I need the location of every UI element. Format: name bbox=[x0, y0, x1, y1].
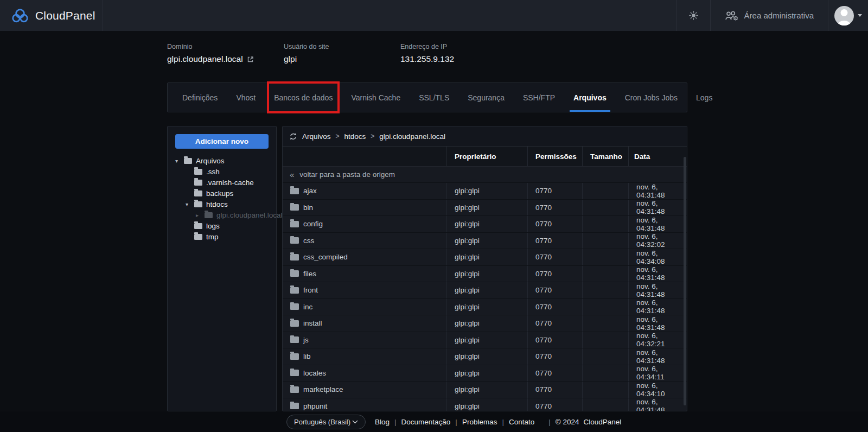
footer-link-segment: Blog bbox=[375, 418, 390, 426]
tree-item[interactable]: ▾ htdocs bbox=[168, 199, 276, 209]
vertical-scrollbar[interactable] bbox=[684, 157, 686, 405]
nav-right: Área administrativa bbox=[676, 0, 868, 31]
table-row[interactable]: inc glpi:glpi 0770 nov. 6, 04:31:48 bbox=[283, 299, 687, 316]
tab-ssh-ftp[interactable]: SSH/FTP bbox=[514, 83, 564, 112]
table-row[interactable]: config glpi:glpi 0770 nov. 6, 04:31:48 bbox=[283, 216, 687, 233]
tree-item[interactable]: ▾ Arquivos bbox=[168, 155, 276, 166]
tree-item[interactable]: logs bbox=[168, 220, 276, 231]
tab-cron-jobs-jobs[interactable]: Cron Jobs Jobs bbox=[616, 83, 687, 112]
file-name-cell[interactable]: css bbox=[283, 233, 446, 249]
file-name-cell[interactable]: ajax bbox=[283, 183, 446, 199]
tree-caret-icon[interactable]: ▸ bbox=[196, 212, 205, 218]
file-name-cell[interactable]: marketplace bbox=[283, 382, 446, 398]
table-row[interactable]: bin glpi:glpi 0770 nov. 6, 04:31:48 bbox=[283, 200, 687, 217]
footer-brand: CloudPanel bbox=[583, 418, 621, 426]
folder-icon bbox=[290, 287, 299, 294]
tab-vhost[interactable]: Vhost bbox=[227, 83, 265, 112]
tab-label: Arquivos bbox=[573, 93, 607, 102]
file-name: css bbox=[303, 237, 314, 245]
footer-copyright-group: | © 2024 CloudPanel bbox=[544, 418, 621, 426]
file-name-cell[interactable]: install bbox=[283, 315, 446, 332]
language-select[interactable]: Português (Brasil) bbox=[286, 415, 366, 429]
file-name-cell[interactable]: front bbox=[283, 282, 446, 298]
footer-link[interactable]: Problemas bbox=[462, 418, 497, 426]
footer-links: Blog | Documentação | Problemas | Contat… bbox=[375, 418, 534, 426]
file-name-cell[interactable]: js bbox=[283, 332, 446, 348]
brand[interactable]: CloudPanel bbox=[0, 0, 103, 31]
tab-seguran-a[interactable]: Segurança bbox=[458, 83, 514, 112]
footer-link[interactable]: Contato bbox=[509, 418, 534, 426]
table-row[interactable]: js glpi:glpi 0770 nov. 6, 04:32:21 bbox=[283, 332, 687, 349]
file-size bbox=[582, 299, 628, 315]
file-permissions: 0770 bbox=[527, 382, 582, 398]
file-date: nov. 6, 04:31:48 bbox=[628, 348, 687, 365]
back-to-parent-row[interactable]: « voltar para a pasta de origem bbox=[283, 167, 687, 183]
folder-icon bbox=[194, 201, 202, 207]
folder-icon bbox=[290, 320, 299, 327]
file-name-cell[interactable]: phpunit bbox=[283, 398, 446, 412]
table-row[interactable]: phpunit glpi:glpi 0770 nov. 6, 04:31:48 bbox=[283, 398, 687, 412]
folder-icon bbox=[290, 221, 299, 227]
tab-logs[interactable]: Logs bbox=[687, 83, 722, 112]
breadcrumb-item[interactable]: glpi.cloudpanel.local bbox=[379, 132, 445, 141]
breadcrumb-item[interactable]: htdocs bbox=[344, 132, 366, 141]
footer-link[interactable]: Documentação bbox=[401, 418, 451, 426]
table-row[interactable]: ajax glpi:glpi 0770 nov. 6, 04:31:48 bbox=[283, 183, 687, 200]
footer-separator: | bbox=[394, 418, 397, 426]
file-date: nov. 6, 04:31:48 bbox=[628, 266, 687, 282]
file-name-cell[interactable]: locales bbox=[283, 365, 446, 382]
table-row[interactable]: locales glpi:glpi 0770 nov. 6, 04:34:11 bbox=[283, 365, 687, 382]
file-name-cell[interactable]: config bbox=[283, 216, 446, 232]
file-permissions: 0770 bbox=[527, 348, 582, 365]
file-name: install bbox=[303, 319, 322, 327]
refresh-icon[interactable] bbox=[289, 132, 297, 141]
file-name-cell[interactable]: bin bbox=[283, 200, 446, 216]
tab-varnish-cache[interactable]: Varnish Cache bbox=[342, 83, 410, 112]
admin-area-button[interactable]: Área administrativa bbox=[710, 0, 828, 31]
table-row[interactable]: install glpi:glpi 0770 nov. 6, 04:31:48 bbox=[283, 315, 687, 332]
file-size bbox=[582, 332, 628, 348]
file-name-cell[interactable]: lib bbox=[283, 348, 446, 365]
tree-caret-icon[interactable]: ▾ bbox=[175, 158, 184, 164]
breadcrumb-segment: > htdocs bbox=[336, 132, 366, 141]
file-permissions: 0770 bbox=[527, 233, 582, 249]
file-name-cell[interactable]: css_compiled bbox=[283, 249, 446, 265]
external-link-icon[interactable] bbox=[247, 56, 254, 63]
file-size bbox=[582, 382, 628, 398]
tab-bancos-de-dados[interactable]: Bancos de dados bbox=[265, 83, 342, 112]
table-row[interactable]: css_compiled glpi:glpi 0770 nov. 6, 04:3… bbox=[283, 249, 687, 266]
tree-item[interactable]: backups bbox=[168, 188, 276, 199]
file-name: ajax bbox=[303, 187, 317, 195]
file-name-cell[interactable]: files bbox=[283, 266, 446, 282]
tree-item[interactable]: tmp bbox=[168, 231, 276, 242]
file-date: nov. 6, 04:31:48 bbox=[628, 200, 687, 216]
table-row[interactable]: lib glpi:glpi 0770 nov. 6, 04:31:48 bbox=[283, 348, 687, 365]
site-info: Domínio glpi.cloudpanel.local Usuário do… bbox=[167, 43, 517, 64]
file-name: lib bbox=[303, 352, 311, 360]
table-row[interactable]: marketplace glpi:glpi 0770 nov. 6, 04:34… bbox=[283, 382, 687, 398]
file-owner: glpi:glpi bbox=[446, 398, 527, 412]
footer-link[interactable]: Blog bbox=[375, 418, 390, 426]
folder-icon bbox=[290, 303, 299, 310]
folder-icon bbox=[290, 353, 299, 360]
tree-item[interactable]: .ssh bbox=[168, 166, 276, 177]
tab-defini-es[interactable]: Definições bbox=[173, 83, 227, 112]
table-row[interactable]: front glpi:glpi 0770 nov. 6, 04:31:48 bbox=[283, 282, 687, 299]
folder-icon bbox=[290, 204, 299, 211]
table-row[interactable]: css glpi:glpi 0770 nov. 6, 04:32:02 bbox=[283, 233, 687, 250]
theme-toggle-button[interactable] bbox=[676, 0, 710, 31]
tab-arquivos[interactable]: Arquivos bbox=[564, 83, 616, 112]
tree-item-label: logs bbox=[206, 222, 220, 230]
tree-item[interactable]: ▸ glpi.cloudpanel.local bbox=[168, 209, 276, 220]
tree-item[interactable]: .varnish-cache bbox=[168, 177, 276, 188]
tree-caret-icon[interactable]: ▾ bbox=[186, 201, 194, 207]
tab-ssl-tls[interactable]: SSL/TLS bbox=[410, 83, 458, 112]
tab-label: Bancos de dados bbox=[274, 93, 333, 102]
column-name bbox=[283, 147, 446, 166]
file-name-cell[interactable]: inc bbox=[283, 299, 446, 315]
breadcrumb-item[interactable]: Arquivos bbox=[302, 132, 331, 141]
file-size bbox=[582, 183, 628, 199]
table-row[interactable]: files glpi:glpi 0770 nov. 6, 04:31:48 bbox=[283, 266, 687, 283]
user-menu[interactable] bbox=[828, 0, 868, 31]
add-new-button[interactable]: Adicionar novo bbox=[175, 134, 269, 149]
